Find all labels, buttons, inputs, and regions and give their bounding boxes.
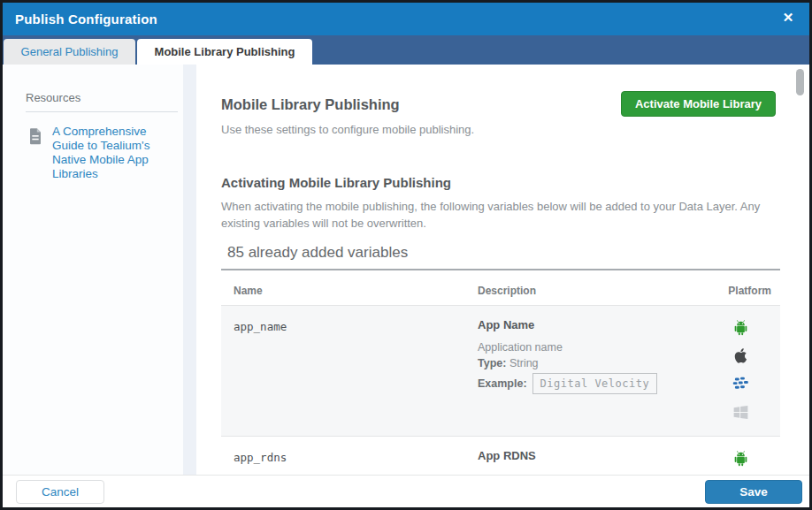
cancel-button[interactable]: Cancel [16, 480, 104, 504]
tab-mobile-library-publishing[interactable]: Mobile Library Publishing [137, 39, 312, 65]
save-button[interactable]: Save [705, 480, 802, 504]
variable-title: App Name [478, 318, 709, 331]
sidebar-content-gutter [183, 65, 196, 475]
resources-divider [26, 111, 178, 112]
cancel-button-label: Cancel [42, 485, 79, 499]
publish-configuration-modal: Publish Configuration ✕ General Publishi… [0, 0, 812, 510]
modal-titlebar: Publish Configuration ✕ [3, 3, 809, 35]
windows-icon [732, 403, 750, 422]
scrollbar-thumb[interactable] [796, 69, 804, 95]
modal-body: Resources A Comprehensive Guide to Teali… [3, 65, 809, 475]
modal-title: Publish Configuration [15, 11, 157, 27]
type-label: Type: [478, 357, 506, 369]
page-title: Mobile Library Publishing [221, 96, 400, 113]
save-button-label: Save [739, 485, 768, 499]
tab-label: Mobile Library Publishing [155, 45, 295, 58]
variable-name: app_name [234, 318, 478, 423]
table-header-row: Name Description Platform [221, 277, 780, 306]
section-heading: Activating Mobile Library Publishing [221, 175, 451, 190]
example-label: Example: [478, 376, 527, 392]
platform-icons [709, 318, 771, 423]
platform-icons [709, 449, 771, 470]
table-row[interactable]: app_rdns App RDNS [221, 436, 780, 475]
variables-count-title: 85 already added variables [221, 244, 780, 270]
resource-link-label: A Comprehensive Guide to Tealium's Nativ… [52, 125, 178, 181]
activate-mobile-library-button[interactable]: Activate Mobile Library [621, 91, 776, 117]
blackberry-icon [732, 375, 750, 393]
main-content: Mobile Library Publishing Use these sett… [196, 65, 809, 475]
tab-label: General Publishing [21, 45, 119, 58]
variable-description-cell: App Name Application name Type: String E… [478, 318, 709, 423]
android-icon [732, 449, 750, 468]
tab-general-publishing[interactable]: General Publishing [4, 39, 135, 65]
document-icon [26, 126, 45, 146]
column-header-description: Description [478, 285, 709, 297]
resources-heading: Resources [26, 91, 80, 104]
resources-sidebar: Resources A Comprehensive Guide to Teali… [3, 65, 183, 475]
variable-example-line: Example: Digital Velocity [478, 373, 709, 394]
close-icon[interactable]: ✕ [779, 9, 797, 27]
android-icon [732, 318, 750, 337]
variable-description-cell: App RDNS [478, 449, 709, 470]
activate-button-label: Activate Mobile Library [635, 97, 762, 110]
apple-icon [732, 346, 750, 365]
modal-footer: Cancel Save [3, 475, 809, 507]
example-value-box: Digital Velocity [532, 373, 658, 394]
column-header-name: Name [234, 285, 478, 297]
section-description: When activating the mobile publishing, t… [221, 198, 801, 232]
page-subtitle: Use these settings to configure mobile p… [221, 123, 474, 136]
resource-link[interactable]: A Comprehensive Guide to Tealium's Nativ… [26, 125, 178, 181]
tab-strip: General Publishing Mobile Library Publis… [3, 35, 809, 65]
variable-title: App RDNS [478, 449, 709, 462]
variable-name: app_rdns [234, 449, 478, 470]
variable-type-line: Type: String [478, 355, 709, 371]
variable-description: Application name [478, 339, 709, 355]
variables-header: 85 already added variables [221, 244, 780, 270]
table-row[interactable]: app_name App Name Application name Type:… [221, 306, 780, 436]
column-header-platform: Platform [709, 285, 771, 297]
type-value: String [509, 357, 539, 369]
variables-table: Name Description Platform app_name App N… [221, 277, 780, 475]
